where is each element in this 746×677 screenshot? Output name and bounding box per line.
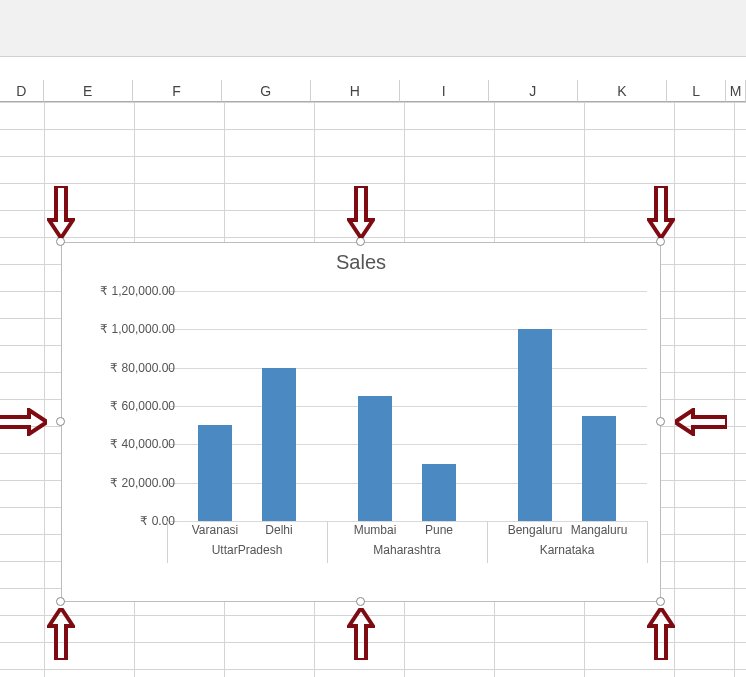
chart-resize-handle[interactable] [356,597,365,606]
chart-resize-handle[interactable] [656,597,665,606]
y-tick-label: ₹ 1,00,000.00 [65,322,175,336]
column-header-E[interactable]: E [44,80,133,102]
column-header-H[interactable]: H [311,80,400,102]
category-label: Pune [425,523,453,537]
y-tick-label: ₹ 60,000.00 [65,399,175,413]
embedded-chart[interactable]: Sales ₹ 0.00₹ 20,000.00₹ 40,000.00₹ 60,0… [61,242,661,602]
column-header-G[interactable]: G [222,80,311,102]
annotation-arrow-icon [347,608,375,660]
category-label: Mumbai [354,523,397,537]
bar-delhi[interactable] [262,368,296,521]
y-tick-label: ₹ 80,000.00 [65,361,175,375]
category-label: Bengaluru [508,523,563,537]
y-tick-label: ₹ 40,000.00 [65,437,175,451]
category-label: Mangaluru [571,523,628,537]
category-label: Varanasi [192,523,238,537]
ribbon-area [0,0,746,57]
category-label: Delhi [265,523,292,537]
chart-resize-handle[interactable] [356,237,365,246]
annotation-arrow-icon [47,186,75,238]
y-tick-label: ₹ 20,000.00 [65,476,175,490]
spreadsheet-grid: DEFGHIJKLM Sales ₹ 0.00₹ 20,000.00₹ 40,0… [0,80,746,677]
annotation-arrow-icon [47,608,75,660]
bar-bengaluru[interactable] [518,329,552,521]
bar-mangaluru[interactable] [582,416,616,521]
chart-resize-handle[interactable] [56,597,65,606]
chart-resize-handle[interactable] [656,237,665,246]
annotation-arrow-icon [675,408,727,436]
column-header-M[interactable]: M [726,80,746,102]
bar-varanasi[interactable] [198,425,232,521]
annotation-arrow-icon [647,608,675,660]
bar-mumbai[interactable] [358,396,392,521]
annotation-arrow-icon [0,408,47,436]
plot-area [167,291,647,521]
group-label: Karnataka [540,543,595,557]
column-header-D[interactable]: D [0,80,44,102]
column-header-K[interactable]: K [578,80,667,102]
chart-resize-handle[interactable] [56,417,65,426]
annotation-arrow-icon [347,186,375,238]
group-label: Maharashtra [373,543,440,557]
chart-title: Sales [62,251,660,274]
column-header-I[interactable]: I [400,80,489,102]
column-header-row: DEFGHIJKLM [0,80,746,102]
column-header-F[interactable]: F [133,80,222,102]
bar-pune[interactable] [422,464,456,522]
y-tick-label: ₹ 0.00 [65,514,175,528]
annotation-arrow-icon [647,186,675,238]
column-header-J[interactable]: J [489,80,578,102]
chart-resize-handle[interactable] [56,237,65,246]
y-tick-label: ₹ 1,20,000.00 [65,284,175,298]
group-label: UttarPradesh [212,543,283,557]
column-header-L[interactable]: L [667,80,726,102]
chart-resize-handle[interactable] [656,417,665,426]
